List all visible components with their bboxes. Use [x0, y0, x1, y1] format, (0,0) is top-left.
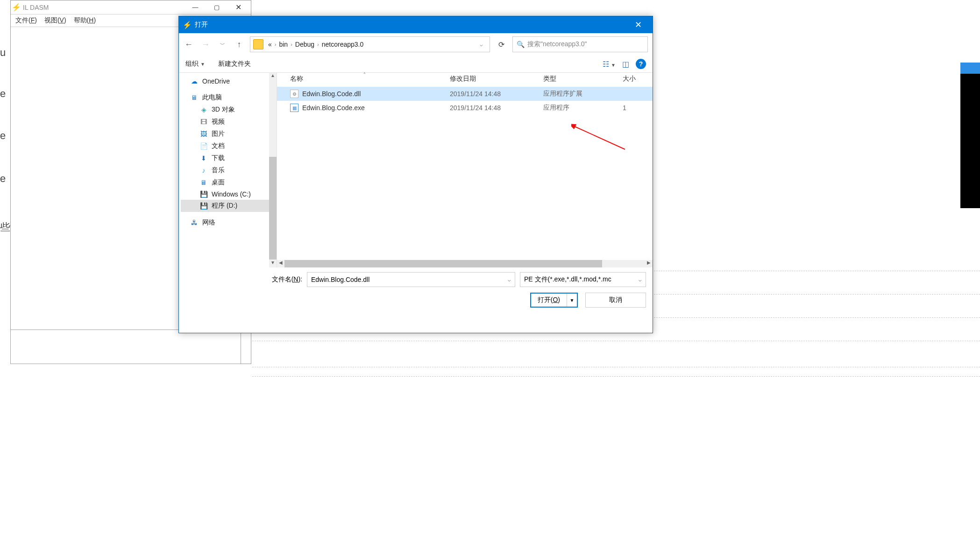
chevron-down-icon[interactable]: ⌵	[639, 277, 642, 283]
ildasm-icon: ⚡	[13, 4, 20, 11]
minimize-button[interactable]: —	[185, 0, 206, 14]
tree-item-music[interactable]: ♪ 音乐	[181, 164, 277, 176]
menu-view[interactable]: 视图(V)	[44, 16, 66, 25]
nav-up-button[interactable]: ↑	[234, 40, 244, 49]
side-blue-stripe	[960, 63, 980, 74]
open-dropdown-button[interactable]: ▼	[567, 294, 577, 307]
search-placeholder: 搜索"netcoreapp3.0"	[527, 40, 587, 49]
file-name: Edwin.Blog.Code.exe	[302, 104, 365, 112]
desktop-icon: 🖥	[199, 179, 208, 186]
nav-history-dropdown[interactable]: ﹀	[217, 41, 227, 48]
column-type[interactable]: 类型	[543, 75, 623, 83]
breadcrumb-bar[interactable]: « › bin › Debug › netcoreapp3.0 ⌵	[250, 36, 490, 52]
download-icon: ⬇	[199, 154, 208, 162]
search-input[interactable]: 🔍 搜索"netcoreapp3.0"	[512, 36, 648, 52]
maximize-button[interactable]: ▢	[206, 0, 227, 14]
column-name[interactable]: ˄ 名称	[277, 75, 450, 83]
chevron-down-icon[interactable]: ⌵	[508, 277, 511, 283]
breadcrumb-dropdown[interactable]: ⌵	[476, 40, 487, 49]
file-type-filter[interactable]: PE 文件(*.exe,*.dll,*.mod,*.mc ⌵	[520, 272, 646, 287]
ildasm-titlebar[interactable]: ⚡ IL DASM — ▢ ✕	[11, 0, 251, 14]
dialog-navbar: ← → ﹀ ↑ « › bin › Debug › netcoreapp3.0 …	[179, 33, 653, 56]
refresh-button[interactable]: ⟳	[493, 36, 510, 52]
column-date[interactable]: 修改日期	[450, 75, 543, 83]
folder-tree: ☁ OneDrive 🖥 此电脑 ◈ 3D 对象 🎞 视频 🖼	[179, 73, 277, 267]
tree-item-videos[interactable]: 🎞 视频	[181, 116, 277, 128]
bg-text: e	[0, 88, 6, 100]
menu-file[interactable]: 文件(F)	[15, 16, 37, 25]
help-button[interactable]: ?	[636, 59, 646, 69]
scrollbar-down-button[interactable]: ▼	[269, 260, 277, 267]
column-size[interactable]: 大小	[623, 75, 653, 83]
breadcrumb-separator: ›	[275, 42, 277, 47]
view-mode-button[interactable]: ☷ ▼	[603, 60, 616, 69]
tree-item-thispc[interactable]: 🖥 此电脑	[181, 91, 277, 104]
bg-text: e	[0, 173, 6, 185]
new-folder-button[interactable]: 新建文件夹	[218, 60, 251, 68]
network-icon: 🖧	[190, 219, 199, 226]
file-row[interactable]: ⚙ Edwin.Blog.Code.dll 2019/11/24 14:48 应…	[277, 87, 653, 101]
tree-scrollbar[interactable]: ▲ ▼	[269, 73, 277, 267]
dialog-icon: ⚡	[183, 21, 191, 29]
filename-input[interactable]: Edwin.Blog.Code.dll ⌵	[307, 272, 515, 287]
tree-item-documents[interactable]: 📄 文档	[181, 140, 277, 152]
open-button[interactable]: 打开(O) ▼	[530, 293, 578, 308]
preview-pane-button[interactable]: ◫	[622, 60, 629, 69]
tree-item-3d-objects[interactable]: ◈ 3D 对象	[181, 104, 277, 116]
nav-back-button[interactable]: ←	[184, 40, 194, 49]
cube-icon: ◈	[199, 106, 208, 113]
breadcrumb-part[interactable]: Debug	[295, 41, 314, 48]
side-dark-stripe	[960, 74, 980, 208]
dialog-toolbar: 组织▼ 新建文件夹 ☷ ▼ ◫ ?	[179, 56, 653, 72]
file-date: 2019/11/24 14:48	[450, 90, 543, 98]
scrollbar-left-button[interactable]: ◀	[277, 260, 284, 267]
nav-forward-button[interactable]: →	[200, 40, 211, 49]
dialog-close-button[interactable]: ✕	[627, 16, 649, 33]
tree-item-c-drive[interactable]: 💾 Windows (C:)	[181, 189, 277, 200]
file-list-header: ˄ 名称 修改日期 类型 大小	[277, 73, 653, 87]
breadcrumb-part[interactable]: bin	[279, 41, 288, 48]
ildasm-statusbar	[10, 330, 241, 364]
dialog-titlebar[interactable]: ⚡ 打开 ✕	[179, 16, 653, 33]
scrollbar-thumb[interactable]	[269, 157, 277, 259]
music-icon: ♪	[199, 167, 208, 174]
drive-icon: 💾	[199, 202, 208, 210]
dialog-footer: 文件名(N): Edwin.Blog.Code.dll ⌵ PE 文件(*.ex…	[179, 267, 653, 312]
cloud-icon: ☁	[190, 77, 199, 85]
picture-icon: 🖼	[199, 130, 208, 138]
scrollbar-thumb[interactable]	[284, 260, 602, 267]
close-button[interactable]: ✕	[227, 0, 249, 14]
scrollbar-up-button[interactable]: ▲	[269, 73, 277, 80]
file-size: 1	[623, 104, 653, 112]
tree-item-onedrive[interactable]: ☁ OneDrive	[181, 76, 277, 87]
tree-item-d-drive[interactable]: 💾 程序 (D:)	[181, 200, 277, 212]
breadcrumb-separator: ›	[291, 42, 292, 47]
file-row[interactable]: ▦ Edwin.Blog.Code.exe 2019/11/24 14:48 应…	[277, 101, 653, 115]
tree-item-downloads[interactable]: ⬇ 下载	[181, 152, 277, 164]
dialog-title: 打开	[195, 21, 627, 29]
file-type: 应用程序	[543, 104, 623, 112]
document-icon: 📄	[199, 142, 208, 150]
exe-file-icon: ▦	[290, 104, 298, 112]
tree-item-pictures[interactable]: 🖼 图片	[181, 128, 277, 140]
breadcrumb-prefix[interactable]: «	[268, 41, 272, 48]
drive-icon: 💾	[199, 190, 208, 198]
file-list-pane: ˄ 名称 修改日期 类型 大小 ⚙ Edwin.Blog.Code.dll 20…	[277, 73, 653, 267]
menu-help[interactable]: 帮助(H)	[74, 16, 96, 25]
breadcrumb-part[interactable]: netcoreapp3.0	[322, 41, 364, 48]
ildasm-title: IL DASM	[23, 4, 185, 11]
file-date: 2019/11/24 14:48	[450, 104, 543, 112]
film-icon: 🎞	[199, 118, 208, 126]
search-icon: 🔍	[517, 41, 525, 48]
file-name: Edwin.Blog.Code.dll	[302, 90, 361, 98]
tree-item-desktop[interactable]: 🖥 桌面	[181, 176, 277, 189]
breadcrumb-separator: ›	[317, 42, 319, 47]
organize-button[interactable]: 组织▼	[185, 60, 205, 68]
horizontal-scrollbar[interactable]: ◀ ▶	[277, 260, 653, 267]
scrollbar-right-button[interactable]: ▶	[645, 260, 653, 267]
cancel-button[interactable]: 取消	[585, 293, 646, 308]
tree-item-network[interactable]: 🖧 网络	[181, 217, 277, 229]
filename-label: 文件名(N):	[185, 275, 302, 284]
computer-icon: 🖥	[190, 94, 199, 101]
bg-text: e	[0, 130, 6, 142]
